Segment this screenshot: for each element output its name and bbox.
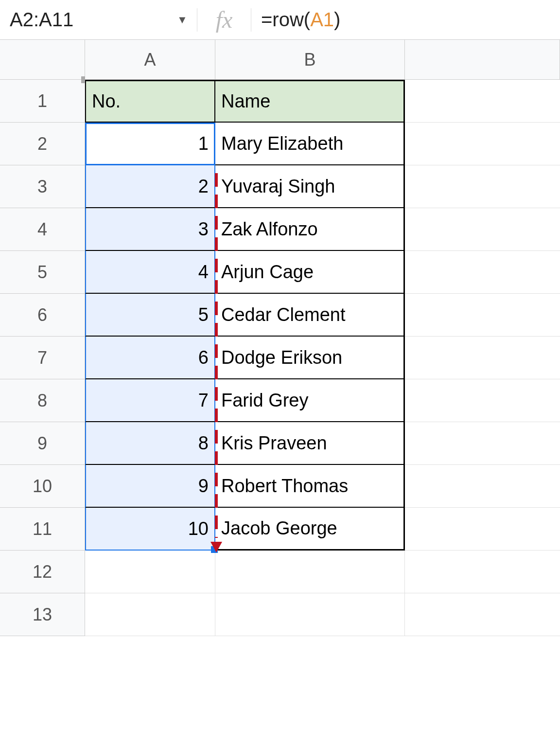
row-header-10[interactable]: 10 [0,465,85,508]
row-header-indicator [81,76,85,83]
row-header-5[interactable]: 5 [0,251,85,294]
cell-value: 10 [188,518,209,539]
row-header-3[interactable]: 3 [0,165,85,208]
cell-C3[interactable] [405,165,560,208]
cell-A4[interactable]: 3 [85,208,215,251]
cell-A13[interactable] [85,593,215,636]
grid-row: 5 4 Arjun Cage [0,251,560,294]
cell-A7[interactable]: 6 [85,337,215,379]
name-box-dropdown-icon[interactable]: ▼ [168,14,197,26]
grid-row: 6 5 Cedar Clement [0,294,560,337]
column-header-A[interactable]: A [85,40,215,79]
grid-row: 3 2 Yuvaraj Singh [0,165,560,208]
cell-C9[interactable] [405,422,560,465]
cell-B11[interactable]: Jacob George [215,508,405,551]
cell-B5[interactable]: Arjun Cage [215,251,405,294]
cell-C12[interactable] [405,551,560,593]
cell-C11[interactable] [405,508,560,551]
row-header-7[interactable]: 7 [0,337,85,379]
grid-row: 4 3 Zak Alfonzo [0,208,560,251]
grid-row: 12 [0,551,560,593]
grid-row: 1 No. Name [0,80,560,123]
formula-text: =row( [261,9,310,31]
cell-C5[interactable] [405,251,560,294]
cell-A2[interactable]: 1 [85,123,215,165]
column-header-row: A B [0,40,560,80]
column-header-empty[interactable] [405,40,560,79]
cell-B8[interactable]: Farid Grey [215,379,405,422]
cell-B3[interactable]: Yuvaraj Singh [215,165,405,208]
cell-A6[interactable]: 5 [85,294,215,337]
formula-bar: A2:A11 ▼ fx =row(A1) [0,0,560,40]
cell-A12[interactable] [85,551,215,593]
cell-A1[interactable]: No. [85,80,215,123]
fx-icon: fx [197,6,251,33]
cell-B4[interactable]: Zak Alfonzo [215,208,405,251]
cell-A10[interactable]: 9 [85,465,215,508]
name-box[interactable]: A2:A11 [0,0,168,39]
cell-B1[interactable]: Name [215,80,405,123]
formula-input[interactable]: =row(A1) [251,9,560,31]
cell-A3[interactable]: 2 [85,165,215,208]
row-header-8[interactable]: 8 [0,379,85,422]
cell-C4[interactable] [405,208,560,251]
row-header-6[interactable]: 6 [0,294,85,337]
cell-B2[interactable]: Mary Elizabeth [215,123,405,165]
cell-C6[interactable] [405,294,560,337]
cell-C1[interactable] [405,80,560,123]
grid-row: 11 10 Jacob George [0,508,560,551]
grid-row: 8 7 Farid Grey [0,379,560,422]
cell-C10[interactable] [405,465,560,508]
row-header-2[interactable]: 2 [0,123,85,165]
row-header-9[interactable]: 9 [0,422,85,465]
row-header-1[interactable]: 1 [0,80,85,123]
cell-A8[interactable]: 7 [85,379,215,422]
cell-B12[interactable] [215,551,405,593]
column-header-B[interactable]: B [215,40,405,79]
cell-B10[interactable]: Robert Thomas [215,465,405,508]
cell-C13[interactable] [405,593,560,636]
select-all-corner[interactable] [0,40,85,79]
cell-B7[interactable]: Dodge Erikson [215,337,405,379]
grid-row: 2 1 Mary Elizabeth [0,123,560,165]
grid-row: 10 9 Robert Thomas [0,465,560,508]
row-header-13[interactable]: 13 [0,593,85,636]
cell-B9[interactable]: Kris Praveen [215,422,405,465]
cell-B6[interactable]: Cedar Clement [215,294,405,337]
grid-row: 9 8 Kris Praveen [0,422,560,465]
grid-row: 13 [0,593,560,636]
cell-A9[interactable]: 8 [85,422,215,465]
fill-handle[interactable] [211,546,218,553]
cell-B13[interactable] [215,593,405,636]
row-header-11[interactable]: 11 [0,508,85,551]
formula-cell-ref: A1 [310,9,334,31]
grid-row: 7 6 Dodge Erikson [0,337,560,379]
formula-text: ) [334,9,340,31]
cell-A11[interactable]: 10 [85,508,215,551]
row-header-12[interactable]: 12 [0,551,85,593]
row-header-4[interactable]: 4 [0,208,85,251]
cell-A5[interactable]: 4 [85,251,215,294]
cell-C7[interactable] [405,337,560,379]
cell-C8[interactable] [405,379,560,422]
cell-C2[interactable] [405,123,560,165]
